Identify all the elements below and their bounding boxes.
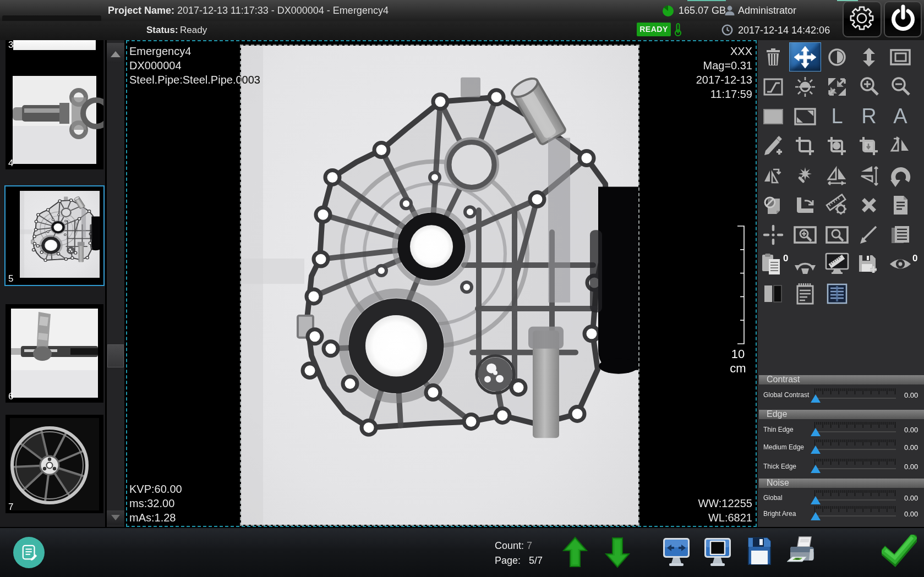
svg-text:L: L (831, 105, 843, 128)
svg-text:A: A (893, 105, 907, 128)
svg-text:R: R (861, 105, 876, 128)
